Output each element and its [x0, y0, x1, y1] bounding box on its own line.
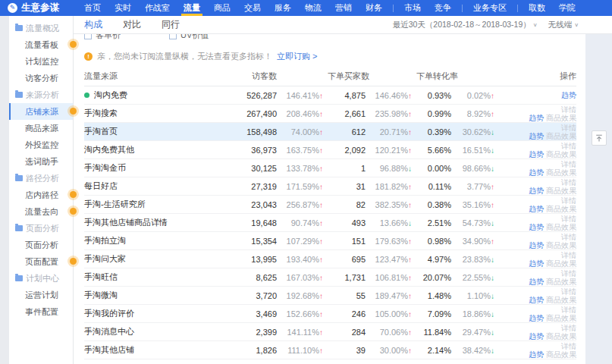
sidebar-item-7[interactable]: 外投监控 — [9, 136, 73, 153]
app-title: 生意参谋 — [21, 2, 59, 14]
detail-link[interactable]: 详情 — [561, 196, 576, 205]
buyers-cell: 82382.35%↑ — [328, 200, 416, 209]
visitors-cell: 3,720192.68%↑ — [231, 291, 328, 300]
metric-value: 526,287 — [231, 91, 277, 100]
tab-对比[interactable]: 对比 — [123, 18, 141, 31]
sidebar-item-3[interactable]: 访客分析 — [9, 70, 73, 86]
nav-item[interactable]: 取数 — [522, 0, 552, 16]
metric-change: 30.00% — [366, 346, 408, 355]
trend-link[interactable]: 趋势 — [529, 187, 544, 195]
back-to-top-button[interactable] — [592, 130, 607, 146]
detail-link[interactable]: 详情 — [561, 233, 576, 241]
trend-link[interactable]: 趋势 — [529, 132, 544, 140]
ops-line: 趋势 商品效果 — [499, 114, 576, 122]
metric-change: 35.16% — [451, 200, 491, 209]
trend-link[interactable]: 趋势 — [529, 332, 544, 340]
tab-同行[interactable]: 同行 — [162, 18, 180, 31]
nav-item[interactable]: 商品 — [207, 0, 237, 16]
detail-link[interactable]: 详情 — [561, 178, 576, 187]
nav-item[interactable]: 作战室 — [138, 0, 177, 16]
tab-构成[interactable]: 构成 — [84, 18, 102, 31]
source-name: 淘内免费其他 — [84, 144, 231, 155]
sidebar-item-11[interactable]: 流量去向 — [9, 203, 73, 220]
nav-item[interactable]: 交易 — [237, 0, 268, 16]
table-row: 淘内免费526,287146.41%↑4,875146.46%↑0.93%0.0… — [84, 86, 576, 105]
trend-link[interactable]: 趋势 — [529, 350, 544, 359]
product-effect-link[interactable]: 商品效果 — [546, 132, 576, 140]
sidebar-item-16[interactable]: 运营计划 — [9, 287, 73, 303]
nav-item[interactable]: 服务 — [268, 0, 298, 16]
trend-link[interactable]: 趋势 — [529, 278, 544, 286]
product-effect-link[interactable]: 商品效果 — [546, 168, 576, 177]
ops-line: 趋势 商品效果 — [499, 205, 576, 213]
detail-link[interactable]: 详情 — [561, 105, 576, 114]
product-effect-link[interactable]: 商品效果 — [546, 241, 576, 249]
folder-icon — [15, 275, 23, 281]
product-effect-link[interactable]: 商品效果 — [546, 296, 576, 304]
product-effect-link[interactable]: 商品效果 — [546, 314, 576, 322]
sidebar-item-8[interactable]: 选词助手 — [9, 153, 73, 170]
nav-item[interactable]: 财务 — [359, 0, 389, 16]
trend-link[interactable]: 趋势 — [529, 296, 544, 304]
source-name: 淘内免费 — [84, 89, 231, 101]
product-effect-link[interactable]: 商品效果 — [546, 223, 576, 231]
date-range-select[interactable]: 最近30天（2018-02-18～2018-03-19） ∨ — [393, 20, 538, 30]
trend-link[interactable]: 趋势 — [529, 205, 544, 213]
product-effect-link[interactable]: 商品效果 — [546, 278, 576, 286]
metric-change: 23.83% — [451, 255, 491, 264]
metric-value: 20.07% — [416, 273, 451, 282]
detail-link[interactable]: 详情 — [561, 124, 576, 132]
app-logo[interactable]: ✎ 生意参谋 — [8, 2, 59, 14]
sidebar-item-2[interactable]: 计划监控 — [9, 53, 73, 70]
sidebar-item-17[interactable]: 事件配置 — [9, 303, 73, 320]
nav-item[interactable]: 实时 — [108, 0, 138, 16]
product-effect-link[interactable]: 商品效果 — [546, 114, 576, 122]
detail-link[interactable]: 详情 — [561, 287, 576, 296]
sidebar-item-10[interactable]: 店内路径 — [9, 187, 73, 203]
detail-link[interactable]: 详情 — [561, 142, 576, 150]
trend-link[interactable]: 趋势 — [561, 91, 576, 99]
detail-link[interactable]: 详情 — [561, 324, 576, 332]
trend-link[interactable]: 趋势 — [529, 150, 544, 158]
trend-link[interactable]: 趋势 — [529, 114, 544, 122]
trend-link[interactable]: 趋势 — [529, 223, 544, 231]
product-effect-link[interactable]: 商品效果 — [546, 150, 576, 158]
sidebar-item-1[interactable]: 流量看板 — [9, 36, 73, 53]
nav-item[interactable]: 流量 — [177, 0, 207, 16]
detail-link[interactable]: 详情 — [561, 251, 576, 259]
ops-cell: 详情趋势 商品效果 — [499, 269, 576, 286]
table-row: 手淘其他店铺1,826111.10%↑3930.00%↑2.14%38.42%↓… — [84, 341, 576, 359]
buyers-cell: 55189.47%↑ — [328, 291, 416, 300]
sidebar-item-14[interactable]: 页面配置 — [9, 253, 73, 270]
trend-link[interactable]: 趋势 — [529, 168, 544, 177]
metric-checkbox[interactable]: UV价值 — [169, 34, 209, 41]
nav-item[interactable]: 业务专区 — [466, 0, 513, 16]
detail-link[interactable]: 详情 — [561, 306, 576, 314]
trend-link[interactable]: 趋势 — [529, 314, 544, 322]
product-effect-link[interactable]: 商品效果 — [546, 205, 576, 213]
subscribe-link[interactable]: 立即订购 > — [277, 51, 317, 62]
product-effect-link[interactable]: 商品效果 — [546, 332, 576, 340]
trend-link[interactable]: 趋势 — [529, 259, 544, 268]
metric-value: 30,125 — [231, 164, 277, 173]
product-effect-link[interactable]: 商品效果 — [546, 187, 576, 195]
metric-value: 0.39% — [416, 127, 451, 136]
nav-item[interactable]: 物流 — [298, 0, 328, 16]
sidebar-item-5[interactable]: 店铺来源 — [9, 103, 73, 120]
sidebar-item-6[interactable]: 商品来源 — [9, 120, 73, 136]
nav-item[interactable]: 营销 — [328, 0, 359, 16]
detail-link[interactable]: 详情 — [561, 269, 576, 278]
nav-item[interactable]: 市场 — [397, 0, 428, 16]
nav-item[interactable]: 竞争 — [428, 0, 458, 16]
trend-link[interactable]: 趋势 — [529, 241, 544, 249]
terminal-select[interactable]: 无线端 ∨ — [548, 20, 579, 30]
sidebar-item-13[interactable]: 页面分析 — [9, 237, 73, 253]
metric-checkbox[interactable]: 客单价 — [84, 34, 121, 41]
nav-item[interactable]: 首页 — [77, 0, 108, 16]
detail-link[interactable]: 详情 — [561, 215, 576, 223]
detail-link[interactable]: 详情 — [561, 342, 576, 350]
detail-link[interactable]: 详情 — [561, 160, 576, 168]
product-effect-link[interactable]: 商品效果 — [546, 259, 576, 268]
product-effect-link[interactable]: 商品效果 — [546, 350, 576, 359]
nav-item[interactable]: 学院 — [552, 0, 582, 16]
